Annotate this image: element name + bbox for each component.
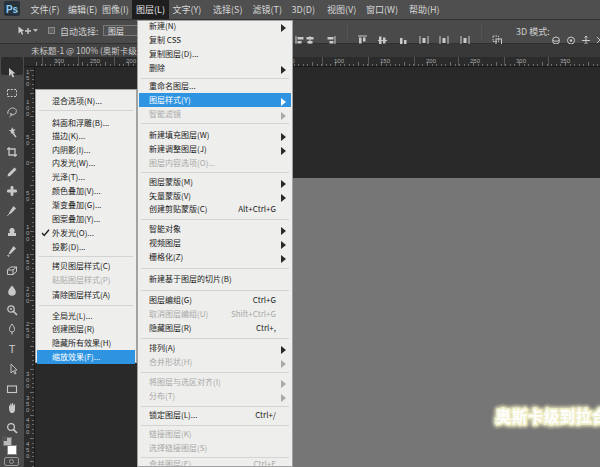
svg-text:奥斯卡级到拉合: 奥斯卡级到拉合 <box>496 405 600 426</box>
svg-text:T: T <box>9 343 16 355</box>
